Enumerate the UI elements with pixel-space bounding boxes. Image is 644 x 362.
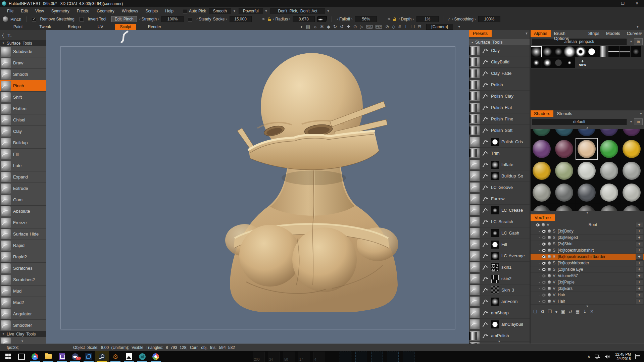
- camera-cone-icon[interactable]: ▷: [360, 24, 363, 29]
- menu-freeze[interactable]: Freeze: [73, 9, 93, 13]
- visibility-eye-icon[interactable]: [542, 294, 546, 297]
- preset-item-polish-flat[interactable]: Polish Flat: [469, 102, 530, 113]
- sphere-icon[interactable]: ●: [555, 309, 558, 314]
- tool-item-smoother[interactable]: Smoother: [0, 320, 46, 331]
- shader-cell[interactable]: [553, 138, 575, 160]
- tool-item-lute[interactable]: Lute: [0, 160, 46, 171]
- tab-sculpt[interactable]: Sculpt: [115, 24, 136, 30]
- shader-cell[interactable]: [621, 204, 643, 211]
- camera-dropdown[interactable]: [Camera]: [426, 24, 453, 30]
- tool-item-rapid2[interactable]: Rapid2: [0, 251, 46, 262]
- preset-item-amclaybuil[interactable]: amClaybuil: [469, 319, 530, 330]
- collapse-icon[interactable]: -: [539, 286, 540, 291]
- preset-item-polish-fine[interactable]: Polish Fine: [469, 113, 530, 125]
- collapse-icon[interactable]: -: [539, 280, 540, 285]
- preset-item-amsharp[interactable]: amSharp: [469, 307, 530, 319]
- preset-item-clay-fade[interactable]: Clay Fade: [469, 68, 530, 79]
- visibility-eye-icon[interactable]: [542, 300, 546, 303]
- lock-icon[interactable]: [268, 19, 271, 21]
- alpha-cell-soft3[interactable]: [553, 46, 564, 57]
- twitch-icon[interactable]: [55, 351, 68, 362]
- collapse-icon[interactable]: -: [539, 261, 540, 265]
- menu-geometry[interactable]: Geometry: [93, 9, 118, 13]
- shader-cell[interactable]: [576, 160, 598, 182]
- preset-item-lc-crease[interactable]: LC Crease: [469, 205, 530, 216]
- visibility-eye-icon[interactable]: [542, 268, 546, 271]
- scroll-down-icon[interactable]: ▼: [531, 305, 644, 308]
- smoothing-label[interactable]: Smoothing: [452, 17, 476, 21]
- add-child-icon[interactable]: +: [636, 254, 643, 260]
- add-child-icon[interactable]: +: [636, 299, 643, 304]
- tool-item-mud2[interactable]: Mud2: [0, 297, 46, 308]
- add-child-icon[interactable]: +: [636, 248, 643, 253]
- brush-stroke-preview-icon[interactable]: [118, 30, 130, 45]
- scroll-down-icon[interactable]: ▼: [531, 211, 644, 214]
- collapse-icon[interactable]: -: [533, 222, 534, 227]
- preset-item-lc-gash[interactable]: LC Gash: [469, 227, 530, 239]
- tool-item-chisel[interactable]: Chisel: [0, 114, 46, 125]
- voxtree-item--1x-inside-eye[interactable]: -S[1x]Inside Eye+: [531, 266, 644, 273]
- powerful-dropdown[interactable]: Powerful: [239, 8, 263, 14]
- chevron-down-icon[interactable]: ▼: [630, 40, 633, 43]
- voxtree-item-volume557[interactable]: -VVolume557+: [531, 273, 644, 279]
- tab-strips[interactable]: Strips: [585, 30, 603, 37]
- visibility-eye-icon[interactable]: [542, 230, 546, 233]
- shader-cell[interactable]: [621, 138, 643, 160]
- zoom-icon[interactable]: ⊙: [353, 24, 357, 29]
- voxtree-item--3x-body[interactable]: -S[3x]Body+: [531, 228, 644, 235]
- tool-item-expand[interactable]: Expand: [0, 171, 46, 183]
- delete-layer-icon[interactable]: ♻: [541, 309, 545, 314]
- stroke-shape-icon[interactable]: [317, 16, 327, 22]
- radius-input[interactable]: 8.678: [293, 16, 315, 22]
- alpha-cell-bigsoft[interactable]: [564, 46, 575, 57]
- contrast-icon[interactable]: ◐: [300, 24, 303, 29]
- task-view-button[interactable]: [15, 351, 28, 362]
- maximize-button[interactable]: ❐: [616, 0, 630, 7]
- steady-stroke-label[interactable]: Steady Stroke: [196, 17, 227, 21]
- tab-alphas[interactable]: Alphas: [531, 30, 551, 37]
- minimize-button[interactable]: ─: [602, 0, 616, 7]
- voxtree-item-hair[interactable]: -VHair+: [531, 298, 644, 305]
- collapse-arrow-icon[interactable]: ❬: [1, 33, 5, 38]
- tool-item-fill[interactable]: Fill: [0, 149, 46, 160]
- shader-dropdown[interactable]: default: [532, 119, 627, 125]
- add-folder-icon[interactable]: ⊞: [634, 118, 643, 125]
- preset-item-skin-3[interactable]: Skin 3: [469, 285, 530, 296]
- gear-app-icon[interactable]: ⚙: [109, 351, 122, 362]
- text-tool-icon[interactable]: T▫: [7, 33, 11, 38]
- preset-item-trim[interactable]: Trim: [469, 148, 530, 159]
- collapse-triangle-icon[interactable]: ▼: [2, 42, 5, 45]
- tray-chevron-icon[interactable]: ∧: [588, 354, 590, 359]
- collapse-triangle-icon[interactable]: ▼: [2, 332, 5, 335]
- shader-cell[interactable]: [576, 182, 598, 203]
- pen-mode-icon[interactable]: PEN: [376, 25, 382, 29]
- preset-item-lc-average[interactable]: LC Average: [469, 250, 530, 262]
- photos-icon[interactable]: [122, 351, 136, 362]
- preset-item-buildup-so[interactable]: Buildup So: [469, 170, 530, 182]
- brush-icon[interactable]: ✒: [387, 17, 391, 21]
- sculpt-viewport[interactable]: [46, 30, 469, 344]
- radius-label[interactable]: Radius: [273, 17, 290, 21]
- surface-tools-header[interactable]: ▼ Surface Tools: [0, 40, 46, 46]
- menu-edit[interactable]: Edit: [17, 9, 32, 13]
- material-drop-icon[interactable]: ◆: [327, 24, 330, 29]
- tool-item-rapid[interactable]: Rapid: [0, 240, 46, 251]
- shader-cell[interactable]: [553, 129, 575, 138]
- start-button[interactable]: [1, 351, 15, 362]
- preset-item-polish-cris[interactable]: Polish Cris: [469, 136, 530, 148]
- collapse-icon[interactable]: -: [539, 235, 540, 240]
- add-child-icon[interactable]: +: [636, 279, 643, 285]
- collapse-icon[interactable]: -: [539, 229, 540, 234]
- strength-label[interactable]: Strength: [139, 17, 159, 21]
- tab-retopo[interactable]: Retopo: [63, 24, 86, 30]
- file-explorer-icon[interactable]: [42, 351, 55, 362]
- strength-input[interactable]: 100%: [161, 16, 184, 22]
- collapse-icon[interactable]: -: [539, 293, 540, 297]
- chevron-down-icon[interactable]: ▼: [233, 9, 236, 13]
- shader-cell[interactable]: [621, 182, 643, 203]
- tool-item-flatten[interactable]: Flatten: [0, 103, 46, 114]
- lock-icon[interactable]: [393, 19, 396, 21]
- preset-item-lc-groove[interactable]: LC Groove: [469, 182, 530, 193]
- visibility-eye-icon[interactable]: [536, 223, 540, 226]
- alpha-cell-tiny[interactable]: [564, 57, 575, 68]
